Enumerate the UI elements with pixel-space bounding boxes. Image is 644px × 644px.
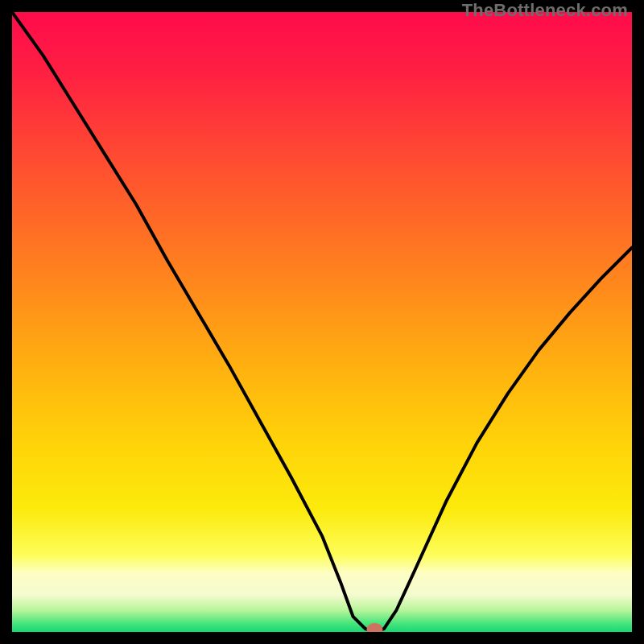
attribution-label: TheBottleneck.com bbox=[462, 0, 628, 21]
chart-frame bbox=[12, 12, 632, 632]
bottleneck-chart bbox=[12, 12, 632, 632]
